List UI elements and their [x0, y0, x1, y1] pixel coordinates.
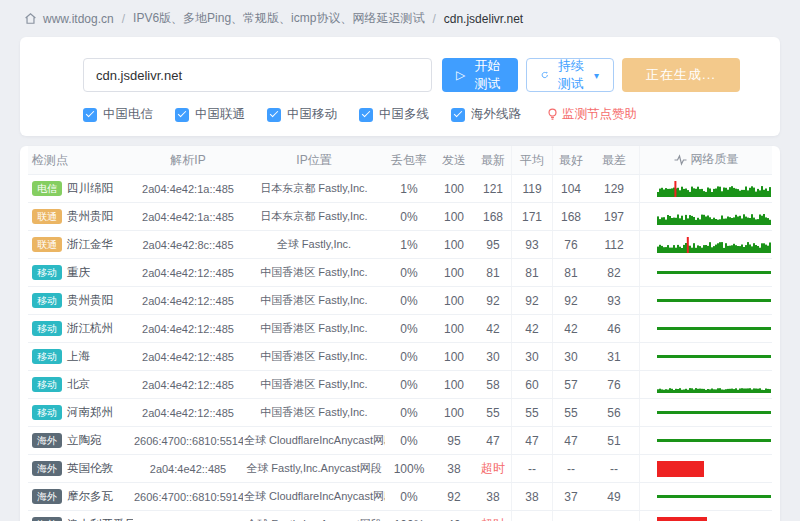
quality-sparkline: [641, 512, 771, 521]
ip-cell: 2a04:4e42:1a::485: [133, 203, 243, 231]
line-checkbox[interactable]: 海外线路: [451, 106, 521, 123]
city-label: 北京: [67, 378, 90, 390]
table-row: 移动浙江杭州2a04:4e42:12::485中国香港区 Fastly,Inc.…: [28, 315, 772, 343]
latency-line: [657, 299, 771, 302]
sponsor-link[interactable]: 监测节点赞助: [547, 106, 637, 123]
checkbox-checked-icon[interactable]: [267, 108, 281, 122]
table-row: 移动北京2a04:4e42:12::485中国香港区 Fastly,Inc.0%…: [28, 371, 772, 399]
play-icon: ▷: [456, 69, 465, 81]
avg-cell: 47: [512, 427, 553, 455]
col-header: 最差: [589, 146, 640, 175]
checkbox-checked-icon[interactable]: [451, 108, 465, 122]
sent-cell: 100: [433, 343, 475, 371]
city-label: 贵州贵阳: [67, 294, 113, 306]
loss-cell: 0%: [385, 287, 433, 315]
quality-sparkline: [641, 204, 771, 229]
results-body: 电信四川绵阳2a04:4e42:1a::485日本东京都 Fastly,Inc.…: [28, 175, 772, 521]
generating-button[interactable]: 正在生成...: [622, 58, 740, 92]
start-test-button[interactable]: ▷ 开始测试: [442, 58, 518, 92]
city-label: 重庆: [67, 266, 90, 278]
breadcrumb-path[interactable]: IPV6版、多地Ping、常规版、icmp协议、网络延迟测试: [133, 10, 424, 27]
sent-cell: 100: [433, 175, 475, 203]
checkbox-checked-icon[interactable]: [359, 108, 373, 122]
latency-line: [657, 327, 771, 330]
loss-cell: 100%: [385, 455, 433, 483]
quality-sparkline: [641, 176, 771, 201]
sponsor-label: 监测节点赞助: [562, 106, 637, 123]
quality-sparkline: [641, 316, 771, 341]
sent-cell: 95: [433, 427, 475, 455]
latest-cell: 121: [475, 175, 512, 203]
breadcrumb-site[interactable]: www.itdog.cn: [43, 12, 114, 26]
city-label: 摩尔多瓦: [67, 490, 113, 502]
best-cell: 168: [553, 203, 590, 231]
bulb-icon: [547, 108, 558, 121]
breadcrumb-separator: /: [432, 12, 435, 26]
node-cell: 移动北京: [28, 371, 133, 399]
target-input[interactable]: [83, 58, 432, 92]
table-row: 移动贵州贵阳2a04:4e42:12::485中国香港区 Fastly,Inc.…: [28, 287, 772, 315]
quality-sparkline: [641, 428, 771, 453]
best-cell: --: [553, 455, 590, 483]
quality-sparkline: [641, 372, 771, 397]
worst-cell: 93: [589, 287, 640, 315]
carrier-badge: 电信: [32, 181, 62, 196]
col-header: 最新: [475, 146, 512, 175]
latency-histogram: [657, 181, 771, 197]
line-checkbox[interactable]: 中国移动: [267, 106, 337, 123]
carrier-badge: 海外: [32, 433, 62, 448]
quality-cell: [640, 399, 773, 427]
checkbox-checked-icon[interactable]: [175, 108, 189, 122]
home-icon: [24, 12, 37, 25]
table-row: 海外立陶宛2606:4700::6810:5514全球 CloudflareIn…: [28, 427, 772, 455]
loss-cell: 0%: [385, 259, 433, 287]
sent-cell: 100: [433, 259, 475, 287]
worst-cell: 31: [589, 343, 640, 371]
node-cell: 联通贵州贵阳: [28, 203, 133, 231]
best-cell: 42: [553, 315, 590, 343]
worst-cell: 56: [589, 399, 640, 427]
carrier-badge: 移动: [32, 377, 62, 392]
ip-cell: 2a04:4e42:12::485: [133, 315, 243, 343]
latest-cell: 168: [475, 203, 512, 231]
worst-cell: 49: [589, 483, 640, 511]
sent-cell: 92: [433, 483, 475, 511]
location-cell: 中国香港区 Fastly,Inc.: [243, 287, 385, 315]
location-cell: 日本东京都 Fastly,Inc.: [243, 175, 385, 203]
line-checkbox[interactable]: 中国电信: [83, 106, 153, 123]
line-filters: 中国电信中国联通中国移动中国多线海外线路 监测节点赞助: [83, 106, 740, 123]
sent-cell: 100: [433, 203, 475, 231]
location-cell: 全球 Fastly,Inc.Anycast网段: [243, 511, 385, 521]
results-card: 检测点解析IPIP位置丢包率发送最新平均最好最差网络质量 电信四川绵阳2a04:…: [20, 146, 780, 521]
sent-cell: 100: [433, 371, 475, 399]
line-checkbox[interactable]: 中国联通: [175, 106, 245, 123]
continuous-test-label: 持续测试: [555, 57, 587, 93]
avg-cell: 30: [512, 343, 553, 371]
line-checkbox[interactable]: 中国多线: [359, 106, 429, 123]
quality-sparkline: [641, 344, 771, 369]
location-cell: 中国香港区 Fastly,Inc.: [243, 371, 385, 399]
ip-cell: 2a04:4e42:12::485: [133, 343, 243, 371]
location-cell: 中国香港区 Fastly,Inc.: [243, 343, 385, 371]
worst-cell: --: [589, 511, 640, 521]
ip-cell: 2a04:4e42:1a::485: [133, 175, 243, 203]
checkbox-label: 中国电信: [103, 106, 153, 123]
col-header: 解析IP: [133, 146, 243, 175]
worst-cell: --: [589, 455, 640, 483]
checkbox-checked-icon[interactable]: [83, 108, 97, 122]
ip-cell: 2a04:4e42:12::485: [133, 259, 243, 287]
worst-cell: 46: [589, 315, 640, 343]
node-cell: 海外摩尔多瓦: [28, 483, 133, 511]
node-cell: 移动浙江杭州: [28, 315, 133, 343]
loss-cell: 100%: [385, 511, 433, 521]
loss-cell: 0%: [385, 203, 433, 231]
city-label: 河南郑州: [67, 406, 113, 418]
refresh-icon: [541, 69, 549, 81]
avg-cell: --: [512, 455, 553, 483]
ip-cell: 2a04:4e42::485: [133, 511, 243, 521]
ip-cell: 2606:4700::6810:5514: [133, 427, 243, 455]
continuous-test-button[interactable]: 持续测试 ▾: [526, 58, 614, 92]
node-cell: 移动河南郑州: [28, 399, 133, 427]
table-row: 移动上海2a04:4e42:12::485中国香港区 Fastly,Inc.0%…: [28, 343, 772, 371]
table-row: 海外摩尔多瓦2606:4700::6810:5914全球 CloudflareI…: [28, 483, 772, 511]
